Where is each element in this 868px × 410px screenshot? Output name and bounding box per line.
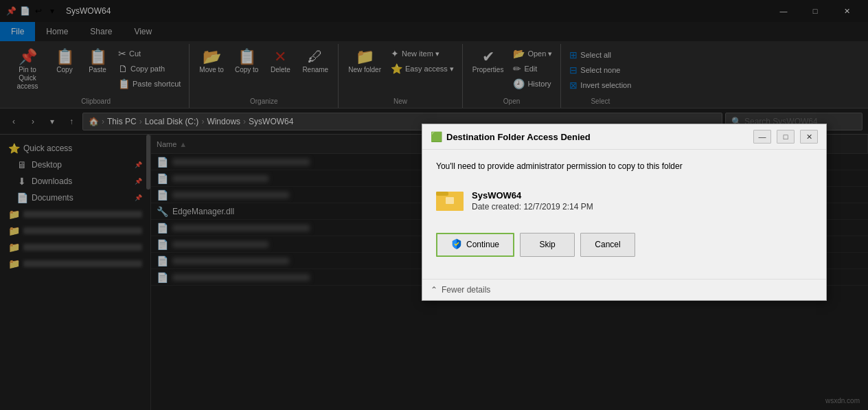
dialog-message: You'll need to provide administrator per…	[436, 161, 812, 172]
svg-rect-3	[436, 192, 448, 196]
dialog-file-folder-icon	[436, 186, 464, 216]
dialog-close-button[interactable]: ✕	[800, 130, 818, 144]
dialog-buttons: Continue Skip Cancel	[436, 233, 812, 257]
dialog-file-details: SysWOW64 Date created: 12/7/2019 2:14 PM	[472, 190, 593, 212]
dialog-title-text: Destination Folder Access Denied	[446, 132, 748, 142]
dialog-file-date: Date created: 12/7/2019 2:14 PM	[472, 202, 593, 212]
access-denied-dialog: 🟩 Destination Folder Access Denied — □ ✕…	[422, 124, 827, 301]
fewer-details-icon: ⌃	[431, 285, 437, 295]
dialog-title-bar: 🟩 Destination Folder Access Denied — □ ✕	[422, 124, 826, 150]
dialog-file-name: SysWOW64	[472, 190, 593, 201]
dialog-file-info: SysWOW64 Date created: 12/7/2019 2:14 PM	[436, 183, 812, 219]
dialog-overlay: 🟩 Destination Folder Access Denied — □ ✕…	[0, 0, 868, 410]
dialog-maximize-button[interactable]: □	[777, 130, 795, 144]
watermark: wsxdn.com	[825, 397, 860, 405]
skip-button[interactable]: Skip	[520, 233, 575, 257]
fewer-details-label: Fewer details	[442, 285, 490, 295]
cancel-button[interactable]: Cancel	[580, 233, 635, 257]
dialog-title-icon: 🟩	[431, 131, 442, 142]
dialog-body: You'll need to provide administrator per…	[422, 150, 826, 279]
dialog-minimize-button[interactable]: —	[753, 130, 771, 144]
continue-button[interactable]: Continue	[436, 233, 514, 257]
dialog-footer[interactable]: ⌃ Fewer details	[422, 279, 826, 300]
shield-icon	[451, 238, 462, 251]
svg-rect-4	[446, 197, 454, 204]
